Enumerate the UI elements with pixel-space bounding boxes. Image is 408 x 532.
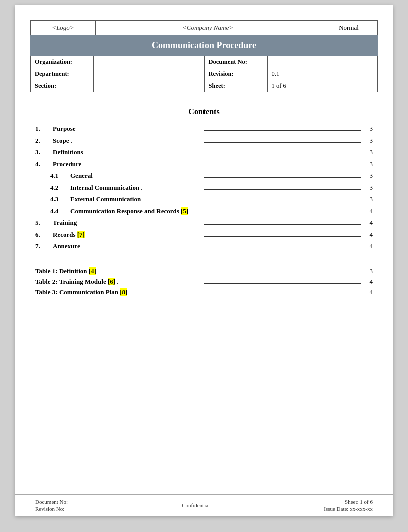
toc-num-7: 7. — [35, 241, 53, 251]
section-label: Section: — [31, 80, 94, 92]
footer-issue-date: Issue Date: xx-xxx-xx — [324, 506, 373, 512]
document-title: Communication Procedure — [152, 40, 256, 50]
toc-dots-44 — [190, 207, 361, 213]
table-toc-text-2: Table 2: Training Module [6] — [35, 278, 115, 286]
toc-page-5: 4 — [363, 218, 373, 228]
toc-text-purpose: Purpose — [53, 124, 76, 134]
bookmark-8: [8] — [120, 288, 127, 296]
dept-value — [94, 68, 205, 80]
bookmark-7: [7] — [77, 231, 85, 238]
company-name-cell: <Company Name> — [96, 21, 320, 35]
toc-num-2: 2. — [35, 136, 53, 146]
toc-page-41: 3 — [363, 171, 373, 181]
toc-dots-2 — [71, 136, 361, 143]
logo-cell: <Logo> — [31, 21, 96, 35]
normal-cell: Normal — [320, 21, 378, 35]
footer-left: Document No: Revision No: — [35, 499, 68, 512]
revision-value: 0.1 — [267, 68, 378, 80]
dept-label: Department: — [31, 68, 94, 80]
toc-text-41: General — [70, 171, 93, 181]
info-table: Organization: Document No: Department: R… — [30, 56, 378, 92]
header-table: <Logo> <Company Name> Normal — [30, 20, 378, 35]
toc-page-2: 3 — [363, 136, 373, 146]
toc-dots-5 — [79, 218, 361, 225]
toc-text-annexure: Annexure — [53, 241, 80, 251]
toc-text-records: Records [7] — [53, 230, 85, 240]
toc-page-1: 3 — [363, 124, 373, 134]
info-row-3: Section: Sheet: 1 of 6 — [31, 80, 378, 92]
toc-page-43: 3 — [363, 194, 373, 204]
org-value — [94, 56, 205, 68]
toc-page-42: 3 — [363, 183, 373, 193]
bookmark-4: [4] — [89, 267, 96, 275]
normal-label: Normal — [339, 24, 359, 31]
toc-num-43: 4.3 — [50, 194, 70, 204]
toc-page-3: 3 — [363, 147, 373, 157]
docno-label: Document No: — [204, 56, 267, 68]
table-toc-page-1: 3 — [363, 267, 373, 275]
toc-item-training: 5. Training 4 — [35, 218, 373, 228]
toc-num-41: 4.1 — [50, 171, 70, 181]
footer-sheet: Sheet: 1 of 6 — [345, 499, 373, 505]
toc-list: 1. Purpose 3 2. Scope 3 3. Definitions 3 — [35, 124, 373, 251]
spacer — [15, 396, 393, 494]
toc-num-5: 5. — [35, 218, 53, 228]
table-toc-dots-1 — [98, 267, 361, 273]
toc-item-44: 4.4 Communication Response and Records [… — [35, 206, 373, 216]
toc-num-1: 1. — [35, 124, 53, 134]
toc-item-42: 4.2 Internal Communication 3 — [35, 183, 373, 193]
header-wrapper: <Logo> <Company Name> Normal Communicati… — [15, 5, 393, 92]
table-toc-text-1: Table 1: Definition [4] — [35, 267, 96, 275]
toc-item-scope: 2. Scope 3 — [35, 136, 373, 146]
footer-center: Confidential — [182, 502, 210, 508]
bookmark-6: [6] — [108, 278, 115, 285]
toc-num-3: 3. — [35, 147, 53, 157]
toc-dots-3 — [85, 148, 361, 154]
toc-num-6: 6. — [35, 230, 53, 240]
contents-heading: Contents — [35, 107, 373, 116]
revision-label: Revision: — [204, 68, 267, 80]
footer-doc-no: Document No: — [35, 499, 68, 505]
toc-item-definitions: 3. Definitions 3 — [35, 147, 373, 157]
toc-num-42: 4.2 — [50, 183, 70, 193]
tables-toc-section: Table 1: Definition [4] 3 Table 2: Train… — [35, 267, 373, 296]
table-toc-page-3: 4 — [363, 288, 373, 296]
footer-rev-no: Revision No: — [35, 506, 68, 512]
info-row-1: Organization: Document No: — [31, 56, 378, 68]
table-toc-page-2: 4 — [363, 278, 373, 286]
table-toc-text-3: Table 3: Communication Plan [8] — [35, 288, 127, 296]
table-toc-3: Table 3: Communication Plan [8] 4 — [35, 288, 373, 296]
toc-dots-42 — [141, 183, 361, 190]
toc-item-purpose: 1. Purpose 3 — [35, 124, 373, 134]
toc-text-42: Internal Communication — [70, 183, 139, 193]
toc-text-44: Communication Response and Records [5] — [70, 206, 188, 216]
toc-dots-41 — [95, 171, 361, 178]
toc-page-4: 3 — [363, 159, 373, 169]
toc-dots-7 — [82, 242, 361, 248]
toc-text-43: External Communication — [70, 194, 141, 204]
table-toc-dots-2 — [117, 277, 361, 284]
footer-right: Sheet: 1 of 6 Issue Date: xx-xxx-xx — [324, 499, 373, 512]
toc-text-scope: Scope — [53, 136, 69, 146]
section-value — [94, 80, 205, 92]
table-toc-dots-3 — [129, 288, 361, 294]
sheet-value: 1 of 6 — [267, 80, 378, 92]
toc-item-43: 4.3 External Communication 3 — [35, 194, 373, 204]
company-name-label: <Company Name> — [182, 24, 233, 31]
toc-item-41: 4.1 General 3 — [35, 171, 373, 181]
title-banner: Communication Procedure — [30, 35, 378, 56]
toc-item-procedure: 4. Procedure 3 — [35, 159, 373, 169]
info-row-2: Department: Revision: 0.1 — [31, 68, 378, 80]
sheet-label: Sheet: — [204, 80, 267, 92]
main-content: Contents 1. Purpose 3 2. Scope 3 3. Defi… — [15, 92, 393, 396]
toc-dots-1 — [78, 124, 361, 131]
document-footer: Document No: Revision No: Confidential S… — [15, 494, 393, 516]
table-toc-2: Table 2: Training Module [6] 4 — [35, 277, 373, 286]
toc-page-6: 4 — [363, 230, 373, 240]
logo-label: <Logo> — [52, 24, 74, 31]
org-label: Organization: — [31, 56, 94, 68]
toc-dots-43 — [143, 195, 361, 201]
toc-item-annexure: 7. Annexure 4 — [35, 241, 373, 251]
toc-text-procedure: Procedure — [53, 159, 81, 169]
toc-dots-6 — [87, 230, 361, 237]
